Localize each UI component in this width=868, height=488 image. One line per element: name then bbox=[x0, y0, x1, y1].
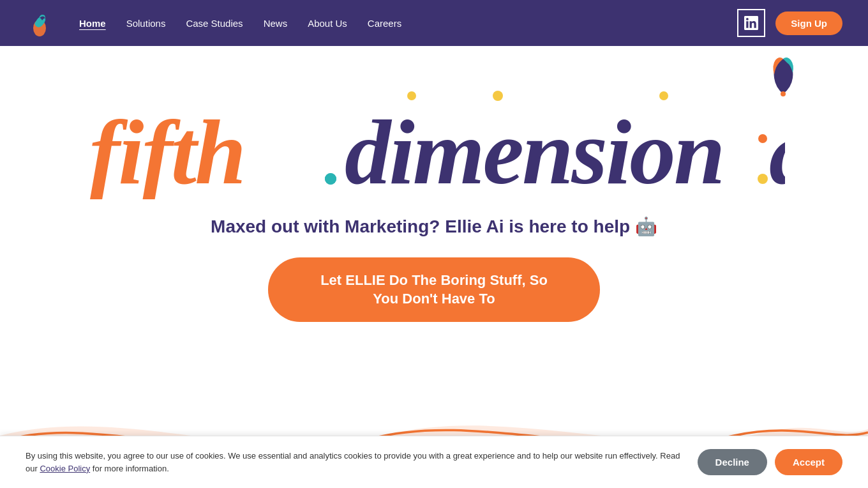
svg-point-1 bbox=[781, 91, 786, 96]
cookie-message: By using this website, you agree to our … bbox=[26, 450, 685, 475]
svg-text:dimension: dimension bbox=[345, 101, 723, 199]
hero-brand: fifth dimension ai bbox=[70, 84, 798, 199]
hero-tagline: Maxed out with Marketing? Ellie Ai is he… bbox=[211, 216, 657, 237]
nav-home[interactable]: Home bbox=[79, 18, 106, 29]
nav-links: Home Solutions Case Studies News About U… bbox=[79, 18, 401, 29]
signup-button[interactable]: Sign Up bbox=[775, 11, 842, 35]
cookie-policy-link[interactable]: Cookie Policy bbox=[40, 464, 90, 473]
nav-right: Sign Up bbox=[737, 9, 842, 37]
brand-svg: fifth dimension ai bbox=[83, 84, 785, 199]
svg-point-9 bbox=[407, 91, 416, 100]
nav-solutions[interactable]: Solutions bbox=[126, 18, 166, 29]
svg-point-10 bbox=[659, 91, 668, 100]
svg-point-5 bbox=[758, 174, 768, 184]
nav-left: Home Solutions Case Studies News About U… bbox=[26, 9, 401, 37]
linkedin-icon bbox=[744, 16, 758, 30]
cta-line1: Let ELLIE Do The Boring Stuff, So bbox=[320, 272, 548, 288]
cookie-banner: By using this website, you agree to our … bbox=[0, 436, 868, 488]
navigation: Home Solutions Case Studies News About U… bbox=[0, 0, 868, 46]
nav-news[interactable]: News bbox=[264, 18, 288, 29]
brand-name-svg: fifth dimension ai bbox=[83, 84, 785, 199]
leaf-decoration bbox=[763, 52, 804, 103]
hero-section: fifth dimension ai Maxed out wi bbox=[0, 46, 868, 378]
nav-about-us[interactable]: About Us bbox=[308, 18, 347, 29]
linkedin-button[interactable] bbox=[737, 9, 765, 37]
svg-point-11 bbox=[325, 173, 336, 185]
hero-cta-button[interactable]: Let ELLIE Do The Boring Stuff, So You Do… bbox=[268, 257, 600, 322]
nav-careers[interactable]: Careers bbox=[368, 18, 401, 29]
svg-text:ai: ai bbox=[769, 101, 785, 199]
nav-case-studies[interactable]: Case Studies bbox=[186, 18, 243, 29]
svg-point-6 bbox=[493, 91, 503, 101]
svg-point-12 bbox=[758, 134, 767, 143]
cta-line2: You Don't Have To bbox=[373, 291, 495, 307]
cookie-link-suffix: for more information. bbox=[93, 464, 169, 473]
accept-button[interactable]: Accept bbox=[775, 449, 842, 475]
brand-logo-icon bbox=[26, 9, 54, 37]
svg-text:fifth: fifth bbox=[89, 101, 244, 199]
decline-button[interactable]: Decline bbox=[698, 449, 767, 475]
cookie-buttons: Decline Accept bbox=[698, 449, 842, 475]
